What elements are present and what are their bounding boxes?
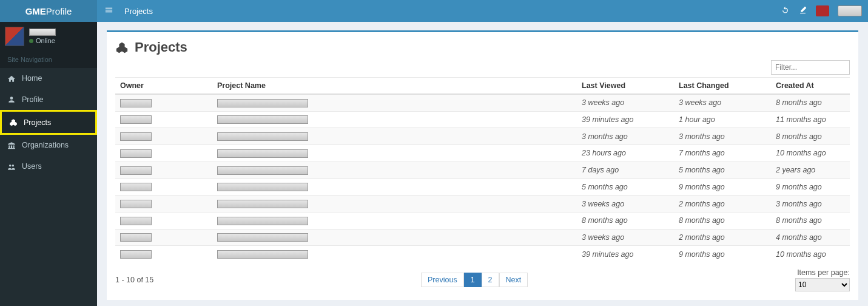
table-row[interactable]: 3 months ago3 months ago8 months ago <box>115 128 850 145</box>
table-row[interactable]: 23 hours ago7 months ago10 months ago <box>115 145 850 162</box>
status-dot-icon <box>29 39 33 43</box>
cell-created-at: 4 months ago <box>771 229 850 246</box>
table-row[interactable]: 7 days ago5 months ago2 years ago <box>115 162 850 178</box>
cell-last-viewed: 3 weeks ago <box>577 229 674 246</box>
sidebar-item-organizations[interactable]: Organizations <box>0 135 97 156</box>
project-name-redacted <box>217 200 308 208</box>
cell-last-changed: 3 months ago <box>674 128 771 145</box>
owner-redacted <box>120 200 152 208</box>
project-name-redacted <box>217 250 308 259</box>
page-title: Projects <box>115 39 850 55</box>
project-name-redacted <box>217 166 308 175</box>
cell-last-viewed: 3 months ago <box>577 128 674 145</box>
sidebar-nav-header: Site Navigation <box>0 51 97 68</box>
projects-panel: Projects Owner Project Name Last Viewed … <box>107 30 858 300</box>
sidebar: Online Site Navigation Home Profile Proj… <box>0 22 97 306</box>
project-name-redacted <box>217 99 308 107</box>
sidebar-item-label: Organizations <box>22 141 69 149</box>
sidebar-user-panel: Online <box>0 22 97 51</box>
sidebar-item-label: Users <box>22 162 42 171</box>
users-icon <box>7 162 16 171</box>
cell-last-changed: 7 months ago <box>674 145 771 162</box>
cell-last-viewed: 3 weeks ago <box>577 94 674 111</box>
brand-bold: GME <box>25 6 46 16</box>
cell-created-at: 2 years ago <box>771 162 850 178</box>
col-viewed[interactable]: Last Viewed <box>577 78 674 95</box>
cell-last-changed: 9 months ago <box>674 178 771 195</box>
page-next[interactable]: Next <box>499 273 528 287</box>
cell-created-at: 8 months ago <box>771 94 850 111</box>
sidebar-item-label: Projects <box>24 118 51 127</box>
cell-last-viewed: 7 days ago <box>577 162 674 178</box>
cell-last-changed: 2 months ago <box>674 195 771 212</box>
breadcrumb: Projects <box>124 7 153 16</box>
table-row[interactable]: 5 months ago9 months ago9 months ago <box>115 178 850 195</box>
page-1[interactable]: 1 <box>464 273 482 287</box>
sidebar-item-label: Home <box>22 74 42 83</box>
project-name-redacted <box>217 217 308 225</box>
cell-created-at: 9 months ago <box>771 178 850 195</box>
sidebar-user-avatar <box>5 27 24 46</box>
user-avatar-icon[interactable] <box>816 5 829 16</box>
owner-redacted <box>120 149 152 158</box>
owner-redacted <box>120 217 152 225</box>
table-row[interactable]: 3 weeks ago2 months ago4 months ago <box>115 229 850 246</box>
cell-last-viewed: 8 months ago <box>577 212 674 229</box>
user-icon <box>7 95 16 104</box>
brush-icon[interactable] <box>798 5 807 16</box>
project-name-redacted <box>217 233 308 242</box>
table-row[interactable]: 3 weeks ago3 weeks ago8 months ago <box>115 94 850 111</box>
cell-created-at: 10 months ago <box>771 246 850 262</box>
project-name-redacted <box>217 132 308 141</box>
cell-last-changed: 1 hour ago <box>674 111 771 128</box>
range-indicator: 1 - 10 of 15 <box>115 276 153 284</box>
items-per-page-select[interactable]: 10 <box>795 278 850 291</box>
cell-created-at: 8 months ago <box>771 128 850 145</box>
table-row[interactable]: 3 weeks ago2 months ago3 months ago <box>115 195 850 212</box>
col-name[interactable]: Project Name <box>212 78 577 95</box>
table-footer: 1 - 10 of 15 Previous 1 2 Next Items per… <box>115 268 850 291</box>
col-owner[interactable]: Owner <box>115 78 212 95</box>
cell-last-changed: 8 months ago <box>674 212 771 229</box>
filter-input[interactable] <box>771 60 850 75</box>
cell-last-changed: 9 months ago <box>674 246 771 262</box>
col-changed[interactable]: Last Changed <box>674 78 771 95</box>
page-previous[interactable]: Previous <box>421 273 464 287</box>
sidebar-item-projects[interactable]: Projects <box>0 110 97 135</box>
cell-last-changed: 2 months ago <box>674 229 771 246</box>
cell-created-at: 8 months ago <box>771 212 850 229</box>
user-name-redacted[interactable] <box>838 5 862 16</box>
pager: Previous 1 2 Next <box>421 273 528 287</box>
cubes-icon <box>9 118 18 127</box>
brand-light: Profile <box>46 6 72 16</box>
sidebar-item-home[interactable]: Home <box>0 68 97 89</box>
sidebar-user-status: Online <box>29 37 56 44</box>
owner-redacted <box>120 233 152 242</box>
sidebar-item-profile[interactable]: Profile <box>0 89 97 110</box>
page-2[interactable]: 2 <box>482 273 499 287</box>
sidebar-item-label: Profile <box>22 95 43 104</box>
owner-redacted <box>120 99 152 107</box>
content-area: Projects Owner Project Name Last Viewed … <box>97 22 868 306</box>
items-per-page: Items per page: 10 <box>795 268 850 291</box>
sidebar-toggle-icon[interactable] <box>104 5 113 16</box>
cell-last-changed: 5 months ago <box>674 162 771 178</box>
col-created[interactable]: Created At <box>771 78 850 95</box>
table-row[interactable]: 39 minutes ago9 months ago10 months ago <box>115 246 850 262</box>
refresh-icon[interactable] <box>781 5 790 16</box>
owner-redacted <box>120 183 152 191</box>
table-row[interactable]: 39 minutes ago1 hour ago11 months ago <box>115 111 850 128</box>
home-icon <box>7 74 16 83</box>
cell-created-at: 11 months ago <box>771 111 850 128</box>
project-name-redacted <box>217 183 308 191</box>
cell-last-viewed: 23 hours ago <box>577 145 674 162</box>
cell-last-changed: 3 weeks ago <box>674 94 771 111</box>
table-row[interactable]: 8 months ago8 months ago8 months ago <box>115 212 850 229</box>
cell-created-at: 3 months ago <box>771 195 850 212</box>
cell-created-at: 10 months ago <box>771 145 850 162</box>
brand-logo[interactable]: GMEProfile <box>0 0 97 22</box>
sidebar-item-users[interactable]: Users <box>0 156 97 177</box>
institution-icon <box>7 141 16 150</box>
cell-last-viewed: 39 minutes ago <box>577 111 674 128</box>
top-bar: GMEProfile Projects <box>0 0 868 22</box>
